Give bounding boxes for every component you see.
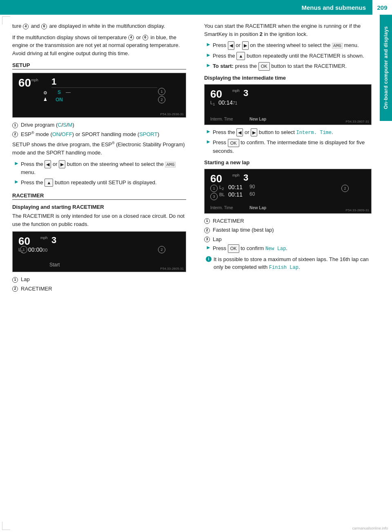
nl-t2-extra: 90 bbox=[249, 184, 255, 190]
racetimer-body: The RACETIMER is only intended for use o… bbox=[12, 212, 186, 228]
nl-item-1: 1 RACETIMER bbox=[204, 217, 372, 225]
rt-c2: 2 bbox=[158, 246, 165, 253]
i-left-btn: ◀ bbox=[236, 128, 243, 137]
right-bullet-3-text: To start: press the OK button to start t… bbox=[213, 62, 372, 71]
r-left-btn: ◀ bbox=[228, 41, 234, 50]
setup-s-label: S bbox=[58, 89, 61, 95]
newlap-display-image: 60 mph 3 1 2 3 L2 00:11 90 BL 00:11 60 I… bbox=[204, 169, 372, 214]
page-number: 209 bbox=[372, 0, 392, 15]
nl-c1: 1 bbox=[210, 185, 218, 192]
setup-body: SETUP shows the drive program, the ESP® … bbox=[12, 141, 186, 156]
nl-item-1-num: 1 bbox=[204, 218, 210, 224]
header-bar: Menus and submenus 209 bbox=[0, 0, 392, 15]
right-arrow-3: ► bbox=[206, 62, 211, 68]
nl-arrow-1: ► bbox=[206, 244, 211, 250]
i-l1: L1 bbox=[210, 100, 215, 106]
intro-para1: ture 4 and 6 are displayed in white in t… bbox=[12, 22, 186, 30]
setup-bullet-1-text: Press the ◀ or ▶ button on the steering … bbox=[21, 160, 186, 177]
setup-bullet-2-text: Press the ▲ button repeatedly until SETU… bbox=[21, 179, 186, 187]
page-section-title: Menus and submenus bbox=[0, 4, 372, 11]
nl-bullet-1: ► Press OK to confirm New Lap. bbox=[204, 244, 372, 253]
nl-c2: 2 bbox=[341, 185, 349, 192]
right-bullet-1-text: Press ◀ or ▶ on the steering wheel to se… bbox=[213, 41, 372, 50]
left-column: ture 4 and 6 are displayed in white in t… bbox=[0, 15, 196, 532]
amg-label: AMG bbox=[165, 162, 176, 168]
racetimer-sub-header: Displaying and starting RACETIMER bbox=[12, 204, 186, 210]
rt-time: 00:0000 bbox=[28, 246, 47, 253]
interm-display-image: 60 mph 3 L1 00:1471 Interm. Time New Lap… bbox=[204, 84, 372, 125]
rt-item-2-text: RACETIMER bbox=[21, 285, 52, 293]
setup-mode-num: 1 bbox=[51, 76, 56, 87]
right-intro: You can start the RACETIMER when the eng… bbox=[204, 22, 372, 38]
intro-para2: If the multifunction display shows oil t… bbox=[12, 34, 186, 58]
setup-ref-num: P54.33-2936-31 bbox=[160, 112, 184, 116]
setup-bullet-2: ► Press the ▲ button repeatedly until SE… bbox=[12, 179, 186, 187]
racetimer-section-header: RACETIMER bbox=[12, 192, 186, 200]
new-lap-label: New Lap bbox=[265, 246, 286, 252]
nl-tb: 00:11 bbox=[228, 191, 243, 198]
watermark: carmanualsonline.info bbox=[352, 526, 388, 530]
setup-divider bbox=[51, 87, 157, 88]
nl-t2: 00:11 bbox=[228, 184, 243, 190]
interm-bullet-1-text: Press the ◀ or ▶ button to select Interm… bbox=[213, 128, 372, 137]
rt-ref-num: P54.33-2805-31 bbox=[160, 267, 184, 270]
nl-unit: mph bbox=[232, 173, 240, 177]
right-column: You can start the RACETIMER when the eng… bbox=[196, 15, 392, 532]
left-btn: ◀ bbox=[45, 160, 51, 169]
nl-ref: P54.33-2809-31 bbox=[346, 208, 369, 212]
nl-num: 3 bbox=[243, 172, 248, 183]
setup-circle-2: 2 bbox=[158, 96, 165, 103]
right-bullet-2: ► Press the ▲ button repeatedly until th… bbox=[204, 52, 372, 60]
setup-speed: 60mph bbox=[18, 76, 38, 89]
nl-item-3: 3 Lap bbox=[204, 235, 372, 244]
ok-btn: OK bbox=[258, 62, 270, 71]
info-icon: i bbox=[206, 256, 212, 262]
right-arrow-1: ► bbox=[206, 41, 211, 47]
info-text: It is possible to store a maximum of six… bbox=[214, 255, 372, 272]
i-label-newlap: New Lap bbox=[249, 117, 266, 121]
setup-on-label: ON bbox=[56, 97, 63, 103]
circle-num-6b: 6 bbox=[143, 35, 148, 40]
bullet-arrow-icon-2: ► bbox=[14, 179, 19, 185]
nl-tb-extra: 60 bbox=[249, 191, 255, 197]
setup-item-1-num: 1 bbox=[12, 121, 19, 129]
circle-num-4: 4 bbox=[23, 24, 29, 29]
interm-arrow-1: ► bbox=[206, 128, 211, 134]
rt-item-2: 2 RACETIMER bbox=[12, 285, 186, 293]
i-unit: mph bbox=[232, 89, 240, 93]
i-num: 3 bbox=[243, 88, 248, 98]
nl-item-1-text: RACETIMER bbox=[213, 217, 244, 225]
setup-arrow: — bbox=[66, 89, 71, 95]
i-right-btn: ▶ bbox=[251, 128, 257, 137]
i-ref: P54.33-2807-31 bbox=[346, 120, 369, 123]
i-time: 00:1471 bbox=[218, 99, 237, 106]
circle-num-6: 6 bbox=[41, 24, 47, 29]
rt-item-1: 1 Lap bbox=[12, 275, 186, 284]
setup-item-2-num: 2 bbox=[12, 130, 19, 139]
main-content: ture 4 and 6 are displayed in white in t… bbox=[0, 15, 392, 532]
setup-s-icon: ⚙ bbox=[43, 90, 47, 96]
setup-display-image: 60mph 1 ⚙ ♟ S ON — 1 2 P54.33-2936-31 bbox=[12, 73, 186, 118]
rt-unit: mph bbox=[40, 236, 48, 240]
nl-label2: New Lap bbox=[249, 206, 266, 210]
r-up-btn: ▲ bbox=[236, 52, 245, 60]
setup-bullet-1: ► Press the ◀ or ▶ button on the steerin… bbox=[12, 160, 186, 177]
right-btn: ▶ bbox=[59, 160, 65, 169]
right-bullet-3: ► To start: press the OK button to start… bbox=[204, 62, 372, 71]
i-speed: 60 bbox=[210, 88, 222, 101]
interm-time-label: Interm. Time bbox=[296, 130, 332, 136]
finish-lap-label: Finish Lap bbox=[269, 265, 298, 270]
i-label-interm: Interm. Time bbox=[210, 117, 233, 121]
setup-item-1-text: Drive program (C/S/M) bbox=[21, 121, 74, 129]
nl-item-3-num: 3 bbox=[204, 237, 210, 242]
circle-num-4b: 4 bbox=[128, 35, 134, 40]
nl-bl: BL bbox=[219, 192, 225, 197]
i-ok-btn: OK bbox=[228, 139, 239, 148]
setup-section-header: SETUP bbox=[12, 62, 186, 69]
nl-ok-btn: OK bbox=[228, 244, 239, 253]
setup-item-2: 2 ESP® mode (ON/OFF) or SPORT handling m… bbox=[12, 130, 186, 139]
rt-item-1-text: Lap bbox=[21, 275, 30, 284]
right-bullet-2-text: Press the ▲ button repeatedly until the … bbox=[213, 52, 372, 60]
interm-bullet-2: ► Press OK to confirm. The intermediate … bbox=[204, 139, 372, 155]
nl-label1: Interm. Time bbox=[210, 206, 233, 210]
